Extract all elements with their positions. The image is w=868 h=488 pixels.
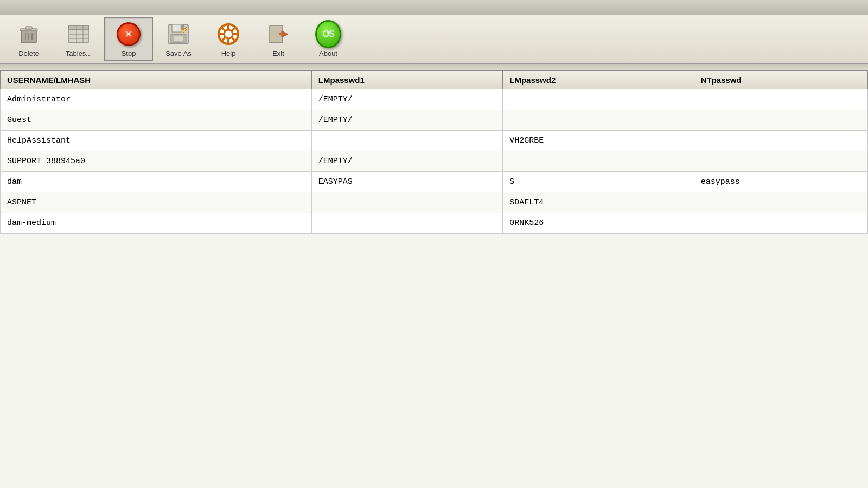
- cell-lmpasswd1: /EMPTY/: [311, 89, 502, 110]
- about-button[interactable]: OS About: [304, 17, 353, 61]
- svg-rect-2: [25, 27, 32, 29]
- tables-button[interactable]: Tables...: [54, 17, 103, 61]
- saveas-icon: [165, 21, 192, 47]
- cell-username: dam-medium: [1, 213, 312, 234]
- cell-lmpasswd1: [311, 213, 502, 234]
- stop-label: Stop: [122, 49, 136, 57]
- delete-label: Delete: [18, 49, 39, 57]
- about-icon: OS: [315, 21, 341, 47]
- table-row: damEASYPASSeasypass: [1, 172, 868, 192]
- table-container[interactable]: USERNAME/LMHASH LMpasswd1 LMpasswd2 NTpa…: [0, 70, 868, 488]
- col-ntpasswd: NTpasswd: [694, 71, 867, 89]
- exit-button[interactable]: Exit: [254, 17, 303, 61]
- cell-username: dam: [1, 172, 312, 192]
- about-label: About: [319, 49, 337, 57]
- delete-icon: [16, 21, 42, 47]
- cell-lmpasswd1: EASYPAS: [311, 172, 502, 192]
- cell-ntpasswd: [694, 131, 867, 151]
- content-area: USERNAME/LMHASH LMpasswd1 LMpasswd2 NTpa…: [0, 70, 868, 488]
- cell-ntpasswd: easypass: [694, 172, 867, 192]
- saveas-label: Save As: [165, 49, 192, 57]
- table-row: SUPPORT_388945a0/EMPTY/: [1, 151, 868, 172]
- cell-ntpasswd: [694, 110, 867, 131]
- cell-lmpasswd1: [311, 131, 502, 151]
- table-header-row: USERNAME/LMHASH LMpasswd1 LMpasswd2 NTpa…: [1, 71, 868, 89]
- cell-ntpasswd: [694, 192, 867, 213]
- table-row: Guest/EMPTY/: [1, 110, 868, 131]
- svg-rect-16: [174, 36, 183, 41]
- svg-point-20: [224, 30, 233, 38]
- tables-icon: [66, 21, 92, 47]
- exit-icon: [265, 21, 291, 47]
- exit-label: Exit: [272, 49, 284, 57]
- tables-label: Tables...: [66, 49, 92, 57]
- saveas-button[interactable]: Save As: [154, 17, 203, 61]
- cell-ntpasswd: [694, 151, 867, 172]
- delete-button[interactable]: Delete: [4, 17, 53, 61]
- cell-lmpasswd2: VH2GRBE: [503, 131, 694, 151]
- data-table: USERNAME/LMHASH LMpasswd1 LMpasswd2 NTpa…: [0, 70, 868, 234]
- stop-button[interactable]: Stop: [104, 17, 153, 61]
- cell-ntpasswd: [694, 89, 867, 110]
- cell-username: ASPNET: [1, 192, 312, 213]
- cell-username: Guest: [1, 110, 312, 131]
- cell-lmpasswd2: [503, 89, 694, 110]
- cell-username: Administrator: [1, 89, 312, 110]
- table-row: Administrator/EMPTY/: [1, 89, 868, 110]
- svg-rect-32: [279, 33, 287, 35]
- cell-lmpasswd2: [503, 110, 694, 131]
- table-row: dam-medium0RNK526: [1, 213, 868, 234]
- cell-lmpasswd1: /EMPTY/: [311, 151, 502, 172]
- main-window: Delete Tables... Stop: [0, 0, 868, 488]
- cell-lmpasswd2: 0RNK526: [503, 213, 694, 234]
- help-label: Help: [221, 49, 236, 57]
- about-icon-text: OS: [322, 29, 334, 39]
- col-lmpasswd1: LMpasswd1: [311, 71, 502, 89]
- cell-lmpasswd2: [503, 151, 694, 172]
- cell-username: SUPPORT_388945a0: [1, 151, 312, 172]
- cell-lmpasswd1: [311, 192, 502, 213]
- col-username: USERNAME/LMHASH: [1, 71, 312, 89]
- help-icon: [215, 21, 241, 47]
- cell-lmpasswd2: SDAFLT4: [503, 192, 694, 213]
- separator: [0, 64, 868, 70]
- cell-lmpasswd1: /EMPTY/: [311, 110, 502, 131]
- table-row: HelpAssistantVH2GRBE: [1, 131, 868, 151]
- help-button[interactable]: Help: [204, 17, 253, 61]
- toolbar: Delete Tables... Stop: [0, 15, 868, 64]
- stop-icon: [116, 21, 142, 47]
- svg-rect-7: [69, 25, 88, 30]
- cell-ntpasswd: [694, 213, 867, 234]
- col-lmpasswd2: LMpasswd2: [503, 71, 694, 89]
- cell-lmpasswd2: S: [503, 172, 694, 192]
- table-row: ASPNETSDAFLT4: [1, 192, 868, 213]
- title-bar: [0, 0, 868, 15]
- cell-username: HelpAssistant: [1, 131, 312, 151]
